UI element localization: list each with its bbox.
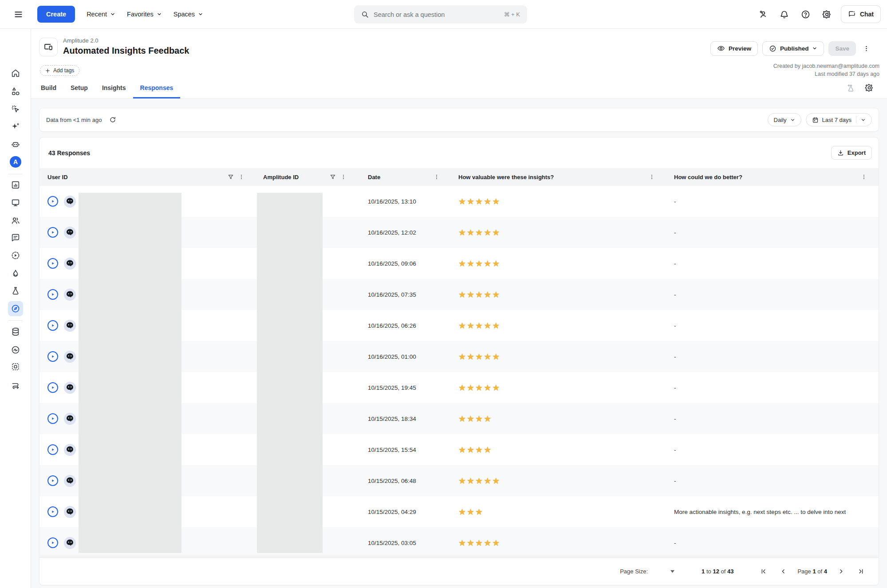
hamburger-menu-button[interactable] [11, 7, 26, 22]
star-icon: ★ [492, 384, 500, 392]
chevron-left-icon [780, 568, 787, 575]
create-button[interactable]: Create [37, 6, 75, 23]
star-icon: ★ [484, 353, 491, 361]
published-status-button[interactable]: Published [762, 41, 824, 56]
chevron-down-icon [790, 118, 795, 122]
last-page-icon [858, 568, 864, 575]
data-status-bar: Data from <1 min ago Daily Last 7 days [39, 108, 879, 132]
export-button[interactable]: Export [831, 146, 872, 160]
last-page-button[interactable] [855, 565, 867, 577]
tab-responses[interactable]: Responses [133, 79, 181, 98]
star-icon: ★ [475, 290, 483, 299]
star-icon: ★ [475, 384, 483, 392]
amplitude-app: Create Recent Favorites Spaces Search or… [0, 0, 887, 588]
granularity-dropdown[interactable]: Daily [768, 113, 801, 126]
save-button[interactable]: Save [828, 41, 856, 56]
column-menu-icon[interactable] [340, 174, 347, 180]
first-page-button[interactable] [757, 565, 769, 577]
favorites-menu-label: Favorites [127, 11, 154, 18]
spaces-menu[interactable]: Spaces [173, 11, 203, 18]
play-response-button[interactable] [47, 320, 58, 331]
sidebar-item-guides-surveys[interactable] [8, 301, 23, 316]
column-header-user-id: User ID [39, 168, 253, 186]
sidebar-item-objects[interactable] [8, 84, 23, 99]
next-page-button[interactable] [835, 565, 847, 577]
tab-setup[interactable]: Setup [63, 79, 95, 98]
play-response-button[interactable] [47, 475, 58, 486]
play-response-button[interactable] [47, 227, 58, 238]
play-response-button[interactable] [47, 196, 58, 207]
invite-user-button[interactable] [756, 7, 771, 22]
column-menu-icon[interactable] [649, 174, 655, 180]
feedback-text: - [674, 229, 676, 236]
column-label: User ID [47, 174, 68, 180]
sidebar-item-integrations[interactable] [8, 377, 23, 392]
play-response-button[interactable] [47, 382, 58, 393]
sidebar-item-users[interactable] [8, 213, 23, 228]
tab-insights[interactable]: Insights [95, 79, 133, 98]
notifications-button[interactable] [777, 7, 792, 22]
search-input[interactable]: Search or ask a question ⌘ + K [354, 5, 527, 24]
divider [856, 116, 856, 123]
previous-page-button[interactable] [777, 565, 789, 577]
sidebar-item-engagement[interactable] [8, 266, 23, 281]
sidebar-item-activity[interactable] [8, 342, 23, 357]
play-response-button[interactable] [47, 413, 58, 424]
sidebar-item-experiments[interactable] [8, 283, 23, 298]
sidebar-item-sandbox[interactable] [8, 359, 23, 374]
filter-icon[interactable] [330, 174, 336, 180]
chat-button[interactable]: Chat [841, 5, 881, 23]
play-icon [51, 541, 55, 545]
amplitude-agent-icon: A [10, 156, 21, 168]
sidebar-item-home[interactable] [8, 66, 23, 81]
feedback-text: - [674, 478, 676, 484]
chevron-down-icon [110, 12, 115, 17]
star-icon: ★ [458, 446, 466, 454]
star-icon: ★ [492, 197, 500, 206]
sidebar-item-ai[interactable] [8, 119, 23, 134]
experiment-toggle-button[interactable] [844, 82, 857, 94]
filter-icon[interactable] [228, 174, 234, 180]
play-response-button[interactable] [47, 506, 58, 517]
play-response-button[interactable] [47, 444, 58, 455]
preview-button[interactable]: Preview [710, 41, 758, 56]
play-response-button[interactable] [47, 258, 58, 269]
search-shortcut: ⌘ + K [504, 11, 520, 18]
play-response-button[interactable] [47, 537, 58, 548]
sidebar-item-displays[interactable] [8, 195, 23, 210]
play-icon [51, 292, 55, 297]
page-size-label: Page Size: [620, 568, 648, 575]
play-response-button[interactable] [47, 351, 58, 362]
page-size-dropdown[interactable] [667, 567, 678, 576]
column-menu-icon[interactable] [434, 174, 440, 180]
sidebar-item-feedback[interactable] [8, 230, 23, 245]
table-settings-button[interactable] [863, 82, 875, 94]
shapes-icon [11, 86, 20, 96]
response-date: 10/15/2025, 15:54 [368, 447, 416, 453]
add-tags-label: Add tags [53, 67, 74, 74]
user-avatar [64, 351, 76, 363]
column-menu-icon[interactable] [861, 174, 867, 180]
column-menu-icon[interactable] [238, 174, 244, 180]
sidebar-item-session-replay[interactable] [8, 248, 23, 263]
more-options-button[interactable] [860, 41, 872, 56]
tab-build[interactable]: Build [34, 79, 63, 98]
play-response-button[interactable] [47, 289, 58, 300]
recent-menu[interactable]: Recent [87, 11, 115, 18]
sidebar-item-data[interactable] [8, 324, 23, 339]
play-icon [51, 385, 55, 390]
play-icon [51, 478, 55, 483]
help-button[interactable] [798, 7, 813, 22]
add-tags-button[interactable]: Add tags [40, 65, 79, 76]
date-range-dropdown[interactable]: Last 7 days [806, 113, 872, 126]
sidebar-item-amplitude-agent[interactable]: A [8, 154, 23, 169]
sidebar-item-actions[interactable] [8, 102, 23, 117]
table-body: 10/16/2025, 13:10 ★★★★★ - 10/16/2025, 12… [39, 186, 879, 558]
sidebar-item-agents[interactable] [8, 137, 23, 152]
favorites-menu[interactable]: Favorites [127, 11, 162, 18]
play-icon [51, 510, 55, 514]
sidebar-item-dashboards[interactable] [8, 177, 23, 192]
star-icon: ★ [467, 384, 474, 392]
refresh-button[interactable] [107, 114, 118, 125]
settings-button[interactable] [820, 7, 835, 22]
